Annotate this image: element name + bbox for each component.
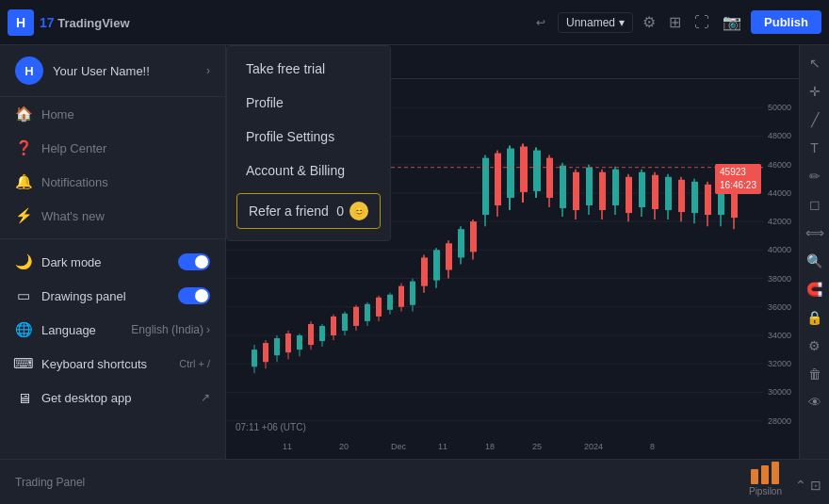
sidebar-item-keyboard-shortcuts[interactable]: ⌨ Keyboard shortcuts Ctrl + / [0, 347, 225, 381]
rt-settings-icon[interactable]: ⚙ [803, 333, 827, 358]
svg-rect-92 [599, 172, 606, 210]
refer-right: 0 😊 [336, 202, 368, 220]
svg-rect-68 [446, 243, 452, 269]
rt-shape-icon[interactable]: ◻ [803, 192, 827, 217]
undo-button[interactable]: ↩ [529, 13, 552, 32]
dropdown-profile[interactable]: Profile [227, 86, 390, 120]
user-left: H Your User Name!! [15, 57, 150, 85]
fullscreen-icon[interactable]: ⛶ [691, 10, 713, 35]
svg-rect-88 [573, 172, 579, 210]
price-time: 16:46:23 [720, 179, 756, 192]
moon-icon: 🌙 [15, 253, 32, 270]
layout-icon[interactable]: ⊞ [665, 9, 685, 35]
rt-zoom-icon[interactable]: 🔍 [803, 249, 827, 273]
keyboard-shortcuts-label: Keyboard shortcuts [41, 357, 147, 371]
sidebar-item-home[interactable]: 🏠 Home [0, 97, 225, 131]
svg-rect-108 [705, 185, 711, 215]
svg-text:20: 20 [339, 442, 349, 451]
divider-1 [0, 238, 225, 239]
rt-trend-icon[interactable]: ╱ [803, 107, 827, 132]
svg-rect-80 [520, 147, 528, 192]
rt-crosshair-icon[interactable]: ✛ [803, 79, 827, 104]
sidebar-item-language[interactable]: 🌐 Language English (India) › [0, 313, 225, 347]
rt-magnet-icon[interactable]: 🧲 [803, 277, 827, 301]
bottom-right-controls: ⌃ ⊡ [795, 478, 821, 493]
rt-cursor-icon[interactable]: ↖ [803, 51, 827, 75]
svg-rect-84 [546, 158, 553, 198]
svg-text:38000: 38000 [768, 274, 791, 284]
svg-text:18: 18 [485, 442, 495, 451]
sidebar-item-help[interactable]: ❓ Help Center [0, 131, 225, 165]
sidebar-item-whats-new[interactable]: ⚡ What's new [0, 199, 225, 233]
price-value: 45923 [720, 166, 756, 179]
drawings-label: Drawings panel [41, 289, 126, 303]
svg-rect-78 [507, 149, 514, 198]
svg-text:50000: 50000 [768, 103, 791, 112]
trading-panel-btn[interactable]: Trading Panel [8, 472, 92, 493]
keyboard-icon: ⌨ [15, 355, 32, 372]
lightning-icon: ⚡ [15, 207, 32, 224]
camera-icon[interactable]: 📷 [719, 9, 745, 35]
svg-rect-74 [482, 158, 489, 215]
rt-text-icon[interactable]: T [803, 136, 827, 160]
dark-mode-switch[interactable] [178, 253, 210, 270]
expand-up-icon[interactable]: ⌃ [795, 478, 806, 493]
user-section[interactable]: H Your User Name!! › [0, 45, 225, 97]
timezone-label: 07:11 +06 (UTC) [236, 422, 306, 432]
trading-panel-label: Trading Panel [15, 476, 85, 489]
rt-trash-icon[interactable]: 🗑 [803, 362, 827, 386]
svg-rect-82 [533, 151, 541, 191]
settings-icon[interactable]: ⚙ [639, 9, 659, 35]
logo[interactable]: H 17 TradingView [8, 9, 130, 36]
rt-lock-icon[interactable]: 🔒 [803, 305, 827, 330]
dark-mode-toggle[interactable]: 🌙 Dark mode [0, 245, 225, 279]
rt-measure-icon[interactable]: ⟺ [803, 220, 827, 245]
rt-brush-icon[interactable]: ✏ [803, 164, 827, 188]
drawings-panel-toggle[interactable]: ▭ Drawings panel [0, 279, 225, 313]
spacer [0, 415, 225, 455]
svg-text:44000: 44000 [768, 188, 791, 198]
svg-rect-114 [751, 469, 758, 484]
sidebar-item-notifications[interactable]: 🔔 Notifications [0, 165, 225, 199]
whats-new-label: What's new [41, 209, 105, 223]
svg-rect-98 [639, 172, 645, 207]
svg-rect-76 [495, 154, 501, 205]
unnamed-button[interactable]: Unnamed ▾ [558, 12, 633, 33]
svg-text:34000: 34000 [768, 331, 791, 340]
help-icon: ❓ [15, 139, 32, 156]
svg-rect-36 [263, 343, 268, 362]
svg-rect-56 [376, 298, 382, 317]
svg-text:28000: 28000 [768, 416, 791, 426]
rt-eye-icon[interactable]: 👁 [803, 390, 827, 415]
dropdown-trial[interactable]: Take free trial [227, 52, 390, 86]
expand-icon[interactable]: ⊡ [810, 478, 821, 493]
home-label: Home [41, 107, 74, 122]
brand-name: TradingView [57, 16, 129, 30]
language-icon: 🌐 [15, 321, 32, 338]
publish-button[interactable]: Publish [751, 10, 821, 34]
dropdown-billing[interactable]: Account & Billing [227, 154, 390, 187]
svg-rect-54 [365, 304, 370, 321]
svg-rect-116 [772, 462, 779, 484]
drawings-switch[interactable] [178, 287, 210, 304]
svg-text:11: 11 [438, 442, 447, 451]
sidebar-item-desktop-app[interactable]: 🖥 Get desktop app ↗ [0, 381, 225, 415]
right-toolbar: ↖ ✛ ╱ T ✏ ◻ ⟺ 🔍 🧲 🔒 ⚙ 🗑 👁 [799, 45, 829, 459]
desktop-app-label: Get desktop app [41, 391, 131, 405]
chevron-down-icon: ▾ [619, 16, 625, 29]
tradingview-logo-text: 17 TradingView [40, 15, 130, 30]
svg-text:40000: 40000 [768, 245, 791, 254]
chevron-right-lang-icon: › [206, 323, 210, 336]
external-link-icon: ↗ [201, 391, 210, 404]
svg-text:2024: 2024 [584, 442, 603, 451]
dropdown-refer[interactable]: Refer a friend 0 😊 [236, 193, 381, 229]
notifications-label: Notifications [41, 175, 108, 189]
brand-logo [749, 460, 782, 486]
dropdown-profile-settings[interactable]: Profile Settings [227, 120, 390, 154]
dark-mode-left: 🌙 Dark mode [15, 253, 102, 270]
drawings-icon: ▭ [15, 287, 32, 304]
bottom-bar: Trading Panel Pipsilon ⌃ ⊡ [0, 459, 829, 504]
svg-rect-106 [691, 182, 698, 213]
keyboard-shortcut-hint: Ctrl + / [179, 358, 210, 369]
language-value: English (India) › [131, 323, 210, 336]
